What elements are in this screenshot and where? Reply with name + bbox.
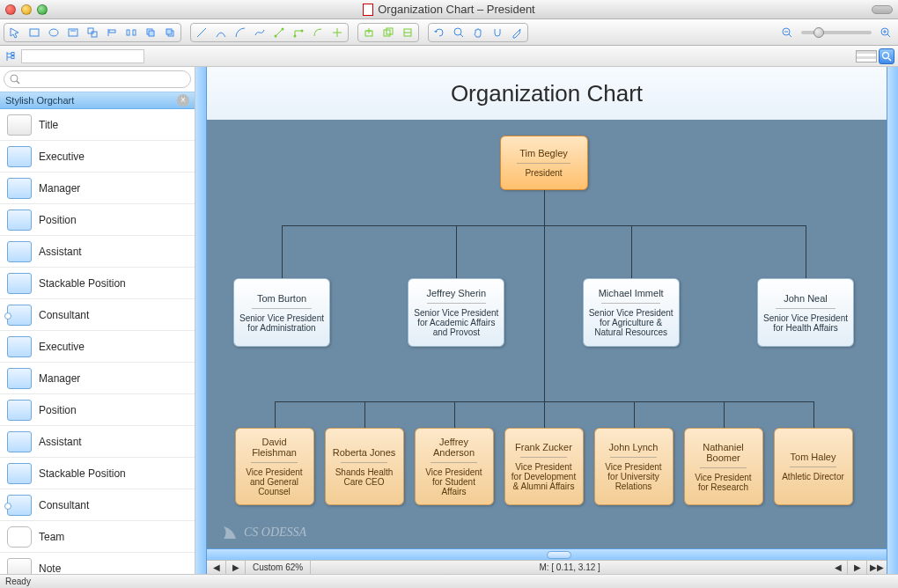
org-node[interactable]: Roberta JonesShands Health Care CEO [325,428,404,505]
org-node[interactable]: Frank ZuckerVice President for Developme… [504,428,584,505]
sidebar-item-manager[interactable]: Manager [0,173,195,204]
sidebar-item-position[interactable]: Position [0,204,195,236]
send-back-tool[interactable] [161,25,179,40]
sidebar-item-manager[interactable]: Manager [0,363,195,394]
titlebar-pill-button[interactable] [872,5,893,14]
sidebar-item-label: Position [39,404,77,416]
arc-tool[interactable] [232,25,249,40]
distribute-tool[interactable] [122,25,140,40]
sidebar-panel-header[interactable]: Stylish Orgchart × [0,92,195,109]
grid-view-button[interactable] [856,50,877,62]
rectangle-tool[interactable] [26,25,43,40]
close-panel-icon[interactable]: × [177,94,189,107]
layer-dup-tool[interactable] [379,25,397,40]
vertical-ruler-left[interactable] [195,67,207,574]
layer-add-tool[interactable] [360,25,378,40]
page-nav-left-button[interactable]: ◀ [828,561,848,575]
minimize-window-button[interactable] [21,4,32,15]
library-search-button[interactable] [879,48,894,64]
sidebar-search-input[interactable] [4,70,191,88]
eyedropper-tool[interactable] [508,25,526,40]
chart-title-band: Organization Chart [207,67,887,120]
org-node-title: Senior Vice President for Administration [239,313,324,333]
close-window-button[interactable] [5,4,16,15]
org-node[interactable]: Tom BurtonSenior Vice President for Admi… [233,278,330,347]
page-nav-right-button[interactable]: ▶ [848,561,867,575]
textframe-tool[interactable] [64,25,82,40]
org-node[interactable]: Michael ImmeltSenior Vice President for … [583,278,680,347]
org-node[interactable]: John NealSenior Vice President for Healt… [757,278,854,347]
connector-orth-tool[interactable] [290,25,307,40]
org-node-title: Senior Vice President for Health Affairs [763,313,848,333]
library-filter-input[interactable] [21,49,144,63]
line-tool[interactable] [193,25,210,40]
sidebar-item-label: Assistant [39,246,82,258]
org-node[interactable]: John LynchVice President for University … [594,428,674,505]
zoom-out-button[interactable] [778,25,796,40]
sidebar-item-stackable-position[interactable]: Stackable Position [0,268,195,299]
org-node[interactable]: Tim BegleyPresident [500,136,588,190]
org-node[interactable]: Tom HaleyAthletic Director [774,428,853,505]
sidebar-item-title[interactable]: Title [0,109,195,141]
shape-icon [7,114,32,136]
drawing-canvas[interactable]: Organization Chart Tim BegleyPresidentTo… [207,67,887,548]
zoom-tool[interactable] [450,25,467,40]
sidebar-item-assistant[interactable]: Assistant [0,426,195,458]
sidebar-item-executive[interactable]: Executive [0,331,195,363]
hscroll-thumb[interactable] [547,551,571,559]
org-node[interactable]: David FleishmanVice President and Genera… [235,428,314,505]
ellipse-tool[interactable] [45,25,63,40]
org-node[interactable]: Jeffrey AndersonVice President for Stude… [415,428,494,505]
tree-toggle-button[interactable] [4,49,18,63]
page-nav-end-button[interactable]: ▶▶ [867,561,887,575]
toolbar-group-layers [357,23,419,42]
bring-forward-tool[interactable] [142,25,159,40]
snap-tool[interactable] [489,25,506,40]
sidebar-item-consultant[interactable]: Consultant [0,299,195,331]
sidebar-item-label: Assistant [39,436,82,448]
horizontal-scrollbar[interactable] [207,548,887,560]
sidebar-item-consultant[interactable]: Consultant [0,489,195,521]
align-tool[interactable] [103,25,121,40]
shape-icon [7,336,32,357]
page-prev-button[interactable]: ◀ [207,561,226,574]
connector-curve-tool[interactable] [309,25,327,40]
org-node[interactable]: Jeffrey SherinSenior Vice President for … [408,278,504,347]
sidebar-item-assistant[interactable]: Assistant [0,236,195,268]
org-node-title: Vice President and General Counsel [241,467,308,496]
page-next-button[interactable]: ▶ [226,561,246,574]
sidebar-item-executive[interactable]: Executive [0,141,195,173]
vertical-ruler-right[interactable] [887,67,898,574]
window-titlebar: Organization Chart – President [0,0,898,19]
spline-tool[interactable] [251,25,269,40]
sidebar-item-stackable-position[interactable]: Stackable Position [0,458,195,489]
sidebar-item-team[interactable]: Team [0,521,195,553]
chart-title: Organization Chart [451,80,643,107]
pan-tool[interactable] [469,25,487,40]
smart-connector-tool[interactable] [328,25,346,40]
sidebar-item-note[interactable]: Note [0,553,195,574]
zoom-slider-track[interactable] [801,31,872,34]
shape-icon [7,463,32,484]
curve-tool[interactable] [212,25,230,40]
layer-opts-tool[interactable] [399,25,416,40]
rotate-tool[interactable] [431,25,448,40]
connector-straight-tool[interactable] [270,25,288,40]
org-node[interactable]: Nathaniel BoomerVice President for Resea… [684,428,763,505]
shape-icon [7,146,32,167]
zoom-window-button[interactable] [37,4,48,15]
connector-line [454,401,455,428]
window-title: Organization Chart – President [0,3,898,16]
connector-line [364,401,365,428]
group-tool[interactable] [84,25,101,40]
org-node-title: President [525,168,562,178]
zoom-in-button[interactable] [877,25,894,40]
sidebar-item-position[interactable]: Position [0,394,195,426]
pointer-tool[interactable] [6,25,24,40]
zoom-level-display[interactable]: Custom 62% [246,561,311,574]
sidebar: Stylish Orgchart × TitleExecutiveManager… [0,67,195,574]
zoom-slider-knob[interactable] [813,27,824,38]
shape-icon [7,526,32,548]
shape-icon [7,495,32,516]
svg-rect-42 [11,55,14,58]
